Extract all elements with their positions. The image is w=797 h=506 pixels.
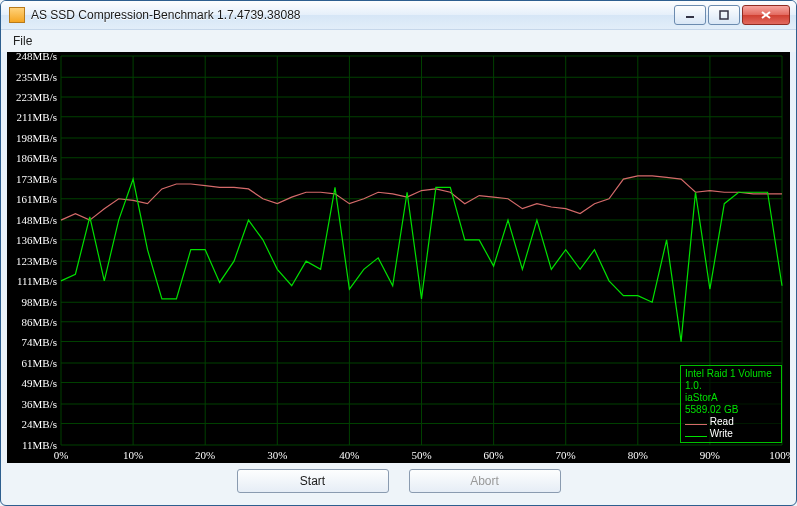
abort-button: Abort: [409, 469, 561, 493]
svg-text:24MB/s: 24MB/s: [22, 418, 57, 430]
legend-write: Write: [685, 428, 777, 440]
menubar: File: [1, 30, 796, 52]
svg-text:20%: 20%: [195, 449, 215, 461]
svg-text:50%: 50%: [411, 449, 431, 461]
app-icon: [9, 7, 25, 23]
svg-text:36MB/s: 36MB/s: [22, 398, 57, 410]
svg-text:211MB/s: 211MB/s: [17, 111, 57, 123]
svg-text:90%: 90%: [700, 449, 720, 461]
svg-text:86MB/s: 86MB/s: [22, 316, 57, 328]
svg-text:30%: 30%: [267, 449, 287, 461]
svg-text:10%: 10%: [123, 449, 143, 461]
legend-read-label: Read: [710, 416, 734, 427]
menu-file[interactable]: File: [7, 32, 38, 50]
legend-write-label: Write: [710, 428, 733, 439]
window-title: AS SSD Compression-Benchmark 1.7.4739.38…: [31, 8, 674, 22]
titlebar[interactable]: AS SSD Compression-Benchmark 1.7.4739.38…: [1, 1, 796, 30]
close-button[interactable]: [742, 5, 790, 25]
legend-capacity: 5589.02 GB: [685, 404, 777, 416]
svg-text:123MB/s: 123MB/s: [16, 255, 57, 267]
svg-text:161MB/s: 161MB/s: [16, 193, 57, 205]
button-row: Start Abort: [7, 463, 790, 499]
svg-text:186MB/s: 186MB/s: [16, 152, 57, 164]
write-swatch: [685, 436, 707, 437]
chart-area: 248MB/s235MB/s223MB/s211MB/s198MB/s186MB…: [7, 52, 790, 463]
svg-text:70%: 70%: [556, 449, 576, 461]
svg-text:235MB/s: 235MB/s: [16, 71, 57, 83]
read-swatch: [685, 424, 707, 425]
svg-text:60%: 60%: [484, 449, 504, 461]
svg-text:11MB/s: 11MB/s: [22, 439, 57, 451]
svg-text:136MB/s: 136MB/s: [16, 234, 57, 246]
chart-legend: Intel Raid 1 Volume 1.0. iaStorA 5589.02…: [680, 365, 782, 443]
svg-text:80%: 80%: [628, 449, 648, 461]
svg-text:173MB/s: 173MB/s: [16, 173, 57, 185]
start-button[interactable]: Start: [237, 469, 389, 493]
legend-read: Read: [685, 416, 777, 428]
svg-text:198MB/s: 198MB/s: [16, 132, 57, 144]
svg-text:49MB/s: 49MB/s: [22, 377, 57, 389]
svg-text:111MB/s: 111MB/s: [17, 275, 57, 287]
minimize-button[interactable]: [674, 5, 706, 25]
window-controls: [674, 5, 790, 25]
close-icon: [760, 10, 772, 20]
svg-text:40%: 40%: [339, 449, 359, 461]
legend-version: 1.0.: [685, 380, 777, 392]
svg-text:61MB/s: 61MB/s: [22, 357, 57, 369]
legend-driver: iaStorA: [685, 392, 777, 404]
maximize-icon: [719, 10, 729, 20]
benchmark-chart: 248MB/s235MB/s223MB/s211MB/s198MB/s186MB…: [7, 52, 790, 463]
svg-text:148MB/s: 148MB/s: [16, 214, 57, 226]
maximize-button[interactable]: [708, 5, 740, 25]
app-window: AS SSD Compression-Benchmark 1.7.4739.38…: [0, 0, 797, 506]
svg-text:98MB/s: 98MB/s: [22, 296, 57, 308]
legend-device: Intel Raid 1 Volume: [685, 368, 777, 380]
svg-text:74MB/s: 74MB/s: [22, 336, 57, 348]
svg-text:223MB/s: 223MB/s: [16, 91, 57, 103]
svg-text:248MB/s: 248MB/s: [16, 52, 57, 62]
svg-text:0%: 0%: [54, 449, 69, 461]
minimize-icon: [685, 10, 695, 20]
svg-rect-1: [720, 11, 728, 19]
svg-text:100%: 100%: [769, 449, 790, 461]
content-panel: 248MB/s235MB/s223MB/s211MB/s198MB/s186MB…: [7, 52, 790, 499]
